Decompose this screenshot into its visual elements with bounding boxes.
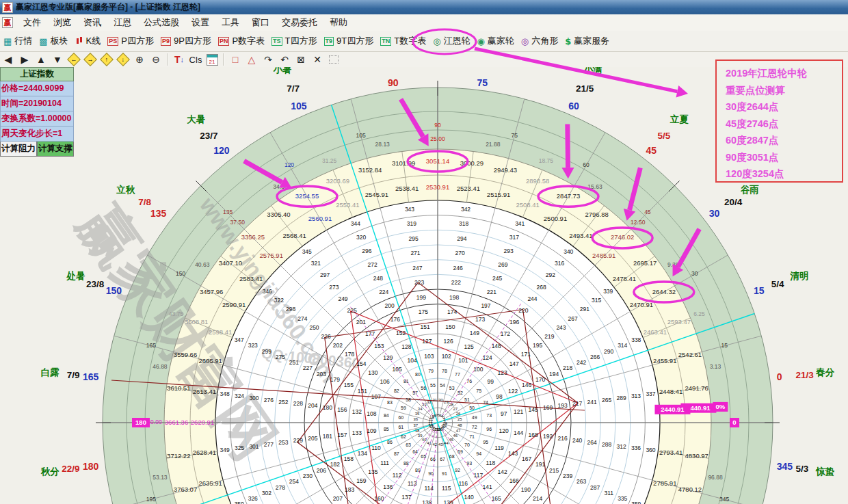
svg-text:40: 40 <box>422 438 427 442</box>
svg-text:26: 26 <box>456 412 461 416</box>
toolbar-button-T四方形[interactable]: TST四方形 <box>268 34 320 49</box>
svg-text:50: 50 <box>469 406 475 410</box>
triangle-tool-icon[interactable]: △ <box>243 53 260 66</box>
toolbar-button-六角形[interactable]: ◎六角形 <box>518 34 561 49</box>
svg-text:2695.17: 2695.17 <box>633 259 657 267</box>
svg-text:120: 120 <box>499 427 509 434</box>
svg-text:2847.73: 2847.73 <box>557 192 580 200</box>
shrink-icon[interactable]: ✕ <box>309 53 326 66</box>
svg-text:3305.40: 3305.40 <box>267 211 290 218</box>
season-label: 谷雨 <box>740 185 760 195</box>
nav-back-icon[interactable]: ◀ <box>0 53 16 66</box>
svg-text:49: 49 <box>472 415 477 420</box>
svg-text:107: 107 <box>371 393 381 400</box>
svg-text:275: 275 <box>276 354 285 360</box>
svg-text:72: 72 <box>472 425 477 429</box>
svg-text:4830.97: 4830.97 <box>685 452 708 460</box>
svg-text:89: 89 <box>415 468 421 473</box>
pan-right-icon[interactable]: → <box>82 53 98 66</box>
title-bar[interactable]: 赢 赢家江恩专业版[赢家服务平台] - [上证指数 江恩轮] <box>0 0 848 14</box>
svg-text:84: 84 <box>384 413 389 418</box>
svg-text:3.13: 3.13 <box>710 363 721 370</box>
zoom-out-icon[interactable]: ⊖ <box>148 53 164 66</box>
svg-text:150: 150 <box>176 270 185 277</box>
calendar-icon[interactable]: 21 <box>204 53 220 66</box>
panel-button-计算阻力[interactable]: 计算阻力 <box>0 142 37 157</box>
svg-text:7/9: 7/9 <box>67 370 80 380</box>
menu-item-文件[interactable]: 文件 <box>17 15 47 30</box>
menu-item-资讯[interactable]: 资讯 <box>77 15 107 30</box>
panel-button-计算支撑[interactable]: 计算支撑 <box>37 142 74 157</box>
svg-text:313: 313 <box>631 393 641 399</box>
svg-text:133: 133 <box>352 429 362 436</box>
menu-item-帮助[interactable]: 帮助 <box>323 15 354 30</box>
toolbar-button-T数字表[interactable]: TNT数字表 <box>377 34 429 49</box>
menu-item-窗口[interactable]: 窗口 <box>246 15 276 30</box>
svg-text:228: 228 <box>293 400 303 407</box>
svg-text:265: 265 <box>602 397 611 403</box>
annotation-line: 90度3051点 <box>726 149 842 166</box>
toolbar-button-江恩轮[interactable]: ◎江恩轮 <box>429 34 473 49</box>
svg-text:62: 62 <box>401 434 406 439</box>
svg-text:135: 135 <box>368 468 377 475</box>
svg-text:31.25: 31.25 <box>322 157 337 164</box>
annotation-line: 30度2644点 <box>726 98 842 116</box>
season-label: 处暑 <box>66 271 85 281</box>
toolbar-button-K线[interactable]: K线 <box>72 34 105 49</box>
toolbar-button-P数字表[interactable]: PNP数字表 <box>215 34 268 49</box>
svg-text:190: 190 <box>521 486 531 493</box>
svg-text:320: 320 <box>356 234 366 241</box>
menu-item-浏览[interactable]: 浏览 <box>47 15 77 30</box>
svg-text:176: 176 <box>390 316 400 323</box>
menu-item-江恩[interactable]: 江恩 <box>107 15 137 30</box>
svg-text:30: 30 <box>691 270 698 277</box>
zoom-in-icon[interactable]: ⊕ <box>131 53 148 66</box>
rect-tool-icon[interactable]: □ <box>227 53 243 66</box>
menu-item-交易委托[interactable]: 交易委托 <box>276 15 323 30</box>
pan-left-icon[interactable]: ← <box>66 53 82 66</box>
svg-text:181: 181 <box>323 433 332 440</box>
toolbar-button-9P四方形[interactable]: P99P四方形 <box>157 34 215 49</box>
toolbar-button-赢家轮[interactable]: ◉赢家轮 <box>474 34 518 49</box>
rotate-cw-icon[interactable]: ↷ <box>260 53 276 66</box>
menu-item-设置[interactable]: 设置 <box>185 15 215 30</box>
toolbar-button-赢家服务[interactable]: $赢家服务 <box>561 34 613 49</box>
season-label: 白露 <box>41 367 60 377</box>
svg-text:287: 287 <box>590 484 600 491</box>
toolbar-button-9T四方形[interactable]: T99T四方形 <box>321 34 377 49</box>
toolbar-button-板块[interactable]: ▩板块 <box>36 34 71 49</box>
svg-text:302: 302 <box>262 490 271 496</box>
pan-down-icon[interactable]: ↓ <box>115 53 131 66</box>
svg-text:154: 154 <box>356 360 366 367</box>
pointer-down-icon[interactable]: ▼ <box>49 53 66 66</box>
svg-text:2515.91: 2515.91 <box>487 191 510 198</box>
pan-up-icon[interactable]: ↑ <box>98 53 115 66</box>
cls-button[interactable]: Cls <box>187 53 204 66</box>
season-label: 春分 <box>815 367 835 377</box>
svg-text:60: 60 <box>398 415 403 420</box>
svg-text:137: 137 <box>401 494 411 501</box>
box-x-icon[interactable]: ⊠ <box>293 53 309 66</box>
svg-text:93: 93 <box>466 461 472 466</box>
svg-text:197: 197 <box>481 302 490 309</box>
svg-text:267: 267 <box>568 315 578 322</box>
polygon-dotted-icon[interactable] <box>326 53 342 66</box>
toolbar-button-行情[interactable]: ▦行情 <box>0 34 36 49</box>
svg-text:220: 220 <box>518 307 528 314</box>
toolbar-label: 行情 <box>14 35 32 47</box>
hexagon-icon: ◎ <box>521 36 529 47</box>
nav-forward-icon[interactable]: ▶ <box>16 53 33 66</box>
svg-text:90: 90 <box>434 122 441 129</box>
svg-text:150: 150 <box>445 323 455 330</box>
svg-text:145: 145 <box>529 406 538 413</box>
rotate-ccw-icon[interactable]: ↶ <box>276 53 293 66</box>
svg-text:66: 66 <box>430 457 436 462</box>
t-cursor-icon[interactable]: T↓ <box>171 53 187 66</box>
svg-text:151: 151 <box>421 323 430 330</box>
menu-item-工具[interactable]: 工具 <box>215 15 246 30</box>
pointer-up-icon[interactable]: ▲ <box>33 53 49 66</box>
svg-text:298: 298 <box>286 306 295 313</box>
toolbar-button-P四方形[interactable]: PSP四方形 <box>104 34 157 49</box>
svg-text:91: 91 <box>442 471 447 476</box>
menu-item-公式选股[interactable]: 公式选股 <box>137 15 185 30</box>
